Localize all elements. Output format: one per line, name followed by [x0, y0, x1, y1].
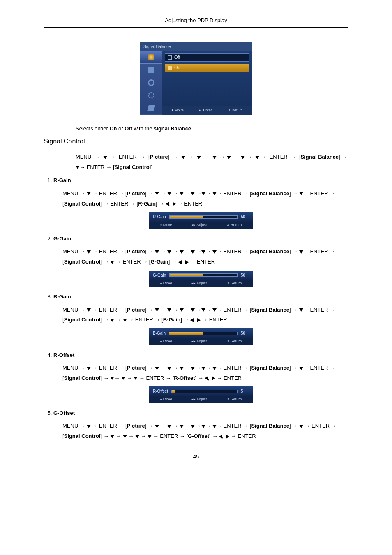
down-icon	[148, 435, 152, 438]
left-icon	[205, 376, 208, 380]
down-icon	[155, 250, 159, 254]
adjust-rgain: R-Gain 50 ♦ Move ◂▸ Adjust ↺ Return	[149, 212, 253, 229]
down-icon	[201, 367, 205, 370]
osd-tab-input[interactable]	[140, 51, 162, 64]
step-nav: MENU → → ENTER → [Picture] → → → → →→ → …	[62, 247, 348, 267]
down-icon	[299, 192, 303, 195]
step-goffset: G-Offset MENU → → ENTER → [Picture] → → …	[53, 409, 348, 442]
page-header-text: Adjusting the PDP Display	[165, 17, 227, 23]
down-icon	[191, 425, 195, 428]
down-icon	[212, 425, 217, 428]
down-icon	[110, 261, 114, 264]
down-icon	[201, 250, 205, 254]
down-icon	[181, 156, 185, 159]
step-nav: MENU → → ENTER → [Picture] → → → → →→ → …	[62, 189, 348, 209]
adjust-footer: ♦ Move ◂▸ Adjust ↺ Return	[149, 338, 253, 345]
adjust-bar[interactable]	[169, 215, 238, 219]
step-nav: MENU → → ENTER → [Picture] → → → → →→ → …	[62, 421, 348, 441]
adjust-footer: ♦ Move ◂▸ Adjust ↺ Return	[149, 280, 253, 287]
page-header: Adjusting the PDP Display	[44, 16, 348, 28]
step-bgain: B-Gain MENU → → ENTER → [Picture] → → → …	[53, 293, 348, 345]
adjust-value: 50	[241, 214, 249, 220]
osd-title: Signal Balance	[140, 42, 252, 51]
down-icon	[212, 156, 217, 159]
adjust-label: R-Offset	[153, 388, 168, 394]
osd-option-label: Off	[174, 54, 180, 61]
adjust-fill	[169, 332, 203, 335]
osd-tab-setup[interactable]	[140, 89, 162, 102]
down-icon	[212, 250, 217, 254]
step-title: G-Gain	[53, 235, 348, 243]
down-icon	[191, 367, 195, 370]
left-icon	[219, 435, 222, 439]
step-title: G-Offset	[53, 409, 348, 417]
down-icon	[103, 156, 107, 159]
osd-option-off[interactable]: Off	[165, 53, 249, 62]
adjust-footer: ♦ Move ◂▸ Adjust ↺ Return	[149, 222, 253, 229]
osd-tab-sound[interactable]	[140, 76, 162, 89]
down-icon	[155, 367, 159, 370]
adjust-value: 50	[241, 272, 249, 278]
down-icon	[167, 367, 171, 370]
down-icon	[76, 166, 80, 169]
down-icon	[180, 192, 184, 195]
steps-list: R-Gain MENU → → ENTER → [Picture] → → → …	[44, 176, 348, 441]
down-icon	[167, 425, 171, 428]
adjust-bar[interactable]	[169, 273, 238, 277]
down-icon	[87, 367, 91, 370]
adjust-bar[interactable]	[171, 390, 238, 393]
osd-tabs	[140, 51, 162, 115]
down-icon	[299, 425, 303, 428]
osd-option-label: On	[174, 64, 180, 71]
down-icon	[180, 250, 184, 254]
adjust-ggain: G-Gain 50 ♦ Move ◂▸ Adjust ↺ Return	[149, 271, 253, 287]
right-icon	[212, 376, 215, 380]
adjust-label: B-Gain	[153, 330, 166, 336]
osd-body: Off On ♦ Move ↵ Enter ↺ Return	[140, 51, 252, 115]
adjust-fill	[170, 274, 203, 276]
right-icon	[197, 318, 201, 322]
page-number: 45	[193, 453, 199, 460]
osd-tab-multi[interactable]	[140, 102, 162, 115]
adjust-label: R-Gain	[153, 214, 166, 220]
down-icon	[110, 435, 114, 438]
osd-tab-picture[interactable]	[140, 64, 162, 76]
step-rgain: R-Gain MENU → → ENTER → [Picture] → → → …	[53, 176, 348, 229]
osd-option-on[interactable]: On	[165, 64, 249, 72]
adjust-fill	[172, 390, 175, 393]
adjust-bar[interactable]	[169, 332, 238, 335]
down-icon	[212, 367, 217, 370]
down-icon	[191, 308, 195, 312]
down-icon	[123, 319, 127, 322]
section-nav: MENU → → ENTER → [Picture] → → → → →→ → …	[76, 152, 348, 172]
sound-icon	[148, 79, 154, 86]
down-icon	[180, 425, 184, 428]
osd-footer: ♦ Move ↵ Enter ↺ Return	[162, 106, 252, 115]
down-icon	[167, 192, 171, 195]
down-icon	[201, 308, 205, 312]
osd-footer-enter: ↵ Enter	[199, 108, 212, 113]
gear-icon	[148, 92, 154, 99]
down-icon	[121, 377, 125, 380]
down-icon	[87, 425, 91, 428]
step-nav: MENU → → ENTER → [Picture] → → → → →→ → …	[62, 305, 348, 325]
down-icon	[87, 250, 91, 254]
down-icon	[299, 367, 303, 370]
down-icon	[155, 308, 159, 312]
down-icon	[299, 250, 303, 254]
osd-panel: Off On ♦ Move ↵ Enter ↺ Return	[162, 51, 252, 115]
down-icon	[110, 377, 114, 380]
picture-icon	[148, 67, 154, 73]
down-icon	[212, 192, 217, 195]
adjust-label: G-Gain	[153, 272, 166, 278]
down-icon	[167, 308, 171, 312]
page-footer: 45	[44, 449, 348, 461]
down-icon	[134, 377, 138, 380]
down-icon	[191, 250, 195, 254]
intro-line: Selects either On or Off with the signal…	[76, 125, 348, 133]
down-icon	[135, 435, 139, 438]
down-icon	[155, 425, 159, 428]
left-icon	[178, 260, 182, 264]
left-icon	[190, 318, 194, 322]
step-ggain: G-Gain MENU → → ENTER → [Picture] → → → …	[53, 235, 348, 287]
